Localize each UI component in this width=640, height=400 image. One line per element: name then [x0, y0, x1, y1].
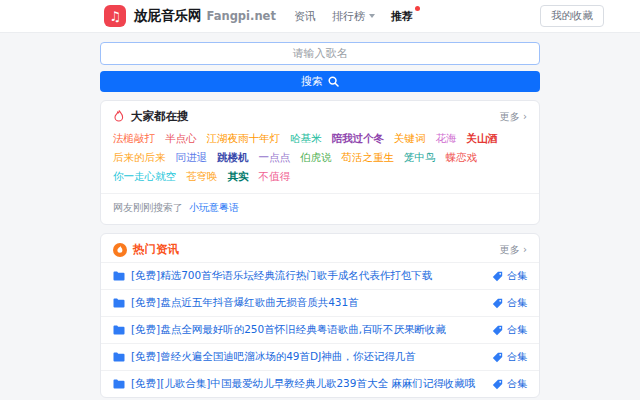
site-logo-music-icon[interactable]: ♫ — [104, 5, 126, 27]
hot-search-more-link[interactable]: 更多 › — [500, 110, 527, 124]
hot-search-tag[interactable]: 后来的后来 — [113, 150, 166, 165]
nav-item-recommend[interactable]: 推荐 — [391, 9, 413, 24]
news-list-item[interactable]: [免费]盘点全网最好听的250首怀旧经典粤语歌曲,百听不厌果断收藏 合集 — [101, 316, 539, 343]
folder-icon — [113, 298, 125, 308]
hot-search-title: 大家都在搜 — [131, 109, 189, 124]
hot-search-tag[interactable]: 半点心 — [165, 131, 197, 146]
news-item-tag: 合集 — [492, 269, 527, 283]
news-item-title: [免费]曾经火遍全国迪吧溜冰场的49首DJ神曲，你还记得几首 — [131, 350, 486, 364]
nav-rankings-label: 排行榜 — [332, 9, 365, 24]
hot-search-tag[interactable]: 伯虎说 — [300, 150, 332, 165]
search-input[interactable] — [100, 42, 540, 65]
hot-search-header: 大家都在搜 更多 › — [101, 101, 539, 129]
search-button-label: 搜索 — [301, 74, 323, 89]
recent-search-link[interactable]: 小玩意粤语 — [189, 201, 239, 215]
hot-search-tag[interactable]: 苟活之重生 — [342, 150, 395, 165]
news-tag-label: 合集 — [507, 269, 527, 283]
header-nav: 资讯 排行榜 推荐 — [294, 9, 413, 24]
tag-icon — [492, 325, 503, 336]
hot-search-tag[interactable]: 花海 — [436, 131, 457, 146]
hot-news-title: 热门资讯 — [133, 242, 179, 257]
news-tag-label: 合集 — [507, 296, 527, 310]
hot-search-tags: 法槌敲打 半点心 江湖夜雨十年灯 哈基米 陪我过个冬 关键词 花海 关山酒 后来… — [101, 129, 539, 193]
my-favorites-button[interactable]: 我的收藏 — [540, 5, 604, 27]
site-name[interactable]: 放屁音乐网 — [134, 7, 202, 25]
hot-search-tag[interactable]: 陪我过个冬 — [332, 131, 385, 146]
hot-search-tag[interactable]: 同进退 — [176, 150, 208, 165]
hot-search-footer: 网友刚刚搜索了 小玩意粤语 — [101, 193, 539, 224]
hot-search-card: 大家都在搜 更多 › 法槌敲打 半点心 江湖夜雨十年灯 哈基米 陪我过个冬 关键… — [100, 100, 540, 225]
folder-icon — [113, 352, 125, 362]
news-tag-label: 合集 — [507, 323, 527, 337]
hot-search-tag[interactable]: 法槌敲打 — [113, 131, 155, 146]
search-button[interactable]: 搜索 — [100, 71, 540, 92]
hot-news-card: 热门资讯 更多 › [免费]精选700首华语乐坛经典流行热门歌手成名代表作打包下… — [100, 233, 540, 398]
hot-search-tag[interactable]: 苍穹唤 — [186, 169, 218, 184]
hot-news-more-link[interactable]: 更多 › — [500, 243, 527, 257]
news-list-item[interactable]: [免费]盘点近五年抖音爆红歌曲无损音质共431首 合集 — [101, 289, 539, 316]
news-tag-label: 合集 — [507, 377, 527, 391]
tag-icon — [492, 298, 503, 309]
folder-icon — [113, 271, 125, 281]
hot-search-tag[interactable]: 不值得 — [259, 169, 291, 184]
hot-news-header: 热门资讯 更多 › — [101, 234, 539, 262]
hot-search-tag[interactable]: 江湖夜雨十年灯 — [207, 131, 281, 146]
hot-search-tag[interactable]: 笼中鸟 — [404, 150, 436, 165]
folder-icon — [113, 325, 125, 335]
flame-icon — [113, 110, 125, 123]
tag-icon — [492, 379, 503, 390]
news-item-title: [免费]精选700首华语乐坛经典流行热门歌手成名代表作打包下载 — [131, 269, 486, 283]
search-icon — [328, 76, 339, 87]
hot-search-tag[interactable]: 关山酒 — [467, 131, 499, 146]
news-item-tag: 合集 — [492, 350, 527, 364]
tag-icon — [492, 271, 503, 282]
main-column: 搜索 大家都在搜 更多 › 法槌敲打 半点心 江湖夜雨十年灯 哈基米 陪我过个冬 — [100, 42, 540, 400]
notification-dot — [415, 6, 420, 11]
news-item-title: [免费]盘点近五年抖音爆红歌曲无损音质共431首 — [131, 296, 486, 310]
hot-search-tag[interactable]: 跳楼机 — [217, 150, 249, 165]
hot-search-tag[interactable]: 一点点 — [259, 150, 291, 165]
news-item-tag: 合集 — [492, 377, 527, 391]
news-list-item[interactable]: [免费][儿歌合集]中国最爱幼儿早教经典儿歌239首大全 麻麻们记得收藏哦 合集 — [101, 370, 539, 397]
site-domain: Fangpi.net — [207, 9, 276, 23]
hot-search-tag[interactable]: 蝶恋戏 — [446, 150, 478, 165]
recent-search-prefix: 网友刚刚搜索了 — [113, 201, 183, 215]
tag-icon — [492, 352, 503, 363]
top-header: ♫ 放屁音乐网 Fangpi.net 资讯 排行榜 推荐 我的收藏 — [0, 0, 640, 33]
hot-search-tag[interactable]: 其实 — [228, 169, 249, 184]
hot-search-tag[interactable]: 你一走心就空 — [113, 169, 176, 184]
hot-flame-badge-icon — [113, 243, 127, 257]
hot-search-tag[interactable]: 关键词 — [394, 131, 426, 146]
chevron-down-icon — [369, 14, 375, 18]
news-item-tag: 合集 — [492, 323, 527, 337]
nav-recommend-label: 推荐 — [391, 9, 413, 24]
news-list-item[interactable]: [免费]精选700首华语乐坛经典流行热门歌手成名代表作打包下载 合集 — [101, 262, 539, 289]
nav-item-news[interactable]: 资讯 — [294, 9, 316, 24]
news-item-title: [免费][儿歌合集]中国最爱幼儿早教经典儿歌239首大全 麻麻们记得收藏哦 — [131, 377, 486, 391]
news-item-title: [免费]盘点全网最好听的250首怀旧经典粤语歌曲,百听不厌果断收藏 — [131, 323, 486, 337]
news-list-item[interactable]: [免费]曾经火遍全国迪吧溜冰场的49首DJ神曲，你还记得几首 合集 — [101, 343, 539, 370]
news-tag-label: 合集 — [507, 350, 527, 364]
hot-news-list: [免费]精选700首华语乐坛经典流行热门歌手成名代表作打包下载 合集 [免费]盘… — [101, 262, 539, 397]
hot-search-tag[interactable]: 哈基米 — [290, 131, 322, 146]
news-item-tag: 合集 — [492, 296, 527, 310]
folder-icon — [113, 379, 125, 389]
nav-item-rankings[interactable]: 排行榜 — [332, 9, 375, 24]
